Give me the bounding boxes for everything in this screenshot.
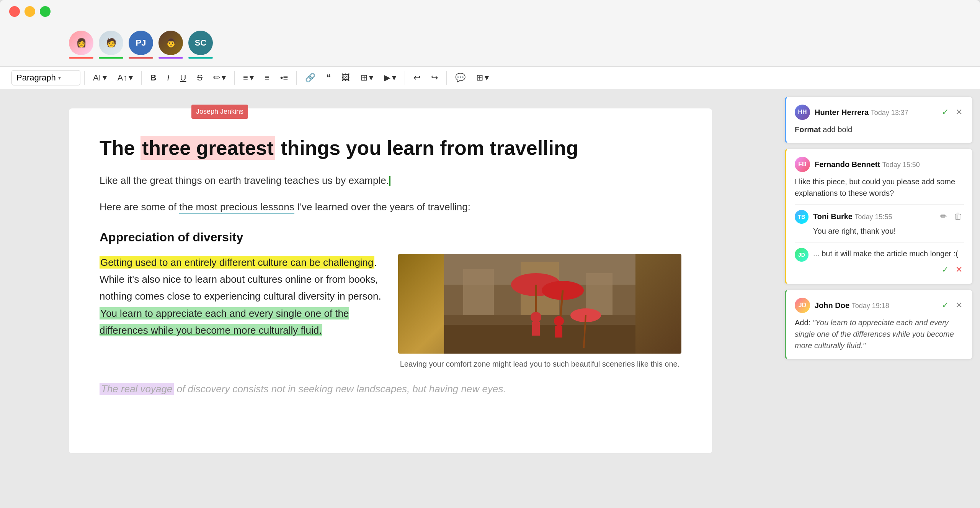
collaborators-bar: 👩 🧑 PJ 👨 SC (0, 23, 980, 66)
comment-reply-2: JD ... but it will make the article much… (795, 242, 964, 276)
font-size-button[interactable]: A↑▾ (113, 70, 138, 86)
comment-avatar-2: FB (795, 157, 810, 172)
svg-rect-16 (555, 326, 562, 338)
title-before: The (100, 137, 140, 159)
comment-body-3: Add: "You learn to appreciate each and e… (795, 317, 964, 351)
reply-avatar-2: JD (795, 248, 808, 262)
collaborator-avatar-3[interactable]: PJ (129, 31, 153, 59)
comment-accept-button-1[interactable]: ✓ (940, 106, 950, 119)
comment-reply-1: TB Toni Burke Today 15:55 ✏ 🗑 (795, 204, 964, 237)
document-image-svg (398, 254, 681, 354)
green-highlight-text: You learn to appreciate each and every s… (100, 307, 349, 336)
comment-meta-1: Hunter Herrera Today 13:37 (815, 108, 936, 117)
ai-button[interactable]: AI▾ (88, 70, 111, 86)
italic-button[interactable]: I (162, 70, 174, 86)
collaborator-avatar-4[interactable]: 👨 (158, 31, 183, 59)
title-after: things you learn from travelling (275, 137, 578, 159)
comment-time-1: Today 13:37 (871, 109, 908, 116)
divider-6 (446, 71, 447, 85)
reply-delete-button-1[interactable]: 🗑 (952, 210, 964, 223)
comment-author-2: Fernando Bennett (815, 160, 880, 169)
formatting-toolbar: Paragraph ▾ AI▾ A↑▾ B I U S ✏▾ ≡▾ (0, 66, 980, 89)
yellow-highlight-text: Getting used to an entirely different cu… (100, 256, 374, 269)
reply-accept-button-2[interactable]: ✓ (940, 263, 950, 276)
comment-header-2: FB Fernando Bennett Today 15:50 (795, 157, 964, 172)
precious-lessons-link[interactable]: the most precious lessons (179, 201, 294, 214)
blockquote-highlight: The real voyage (100, 383, 174, 395)
more-options-button[interactable]: ⊞▾ (472, 70, 493, 86)
avatar-underline-2 (99, 57, 123, 59)
paragraph-style-chevron: ▾ (58, 75, 61, 81)
main-content-area: Joseph Jenkins The three greatest things… (0, 89, 980, 508)
divider-4 (296, 71, 297, 85)
blockquote-button[interactable]: ❝ (322, 70, 335, 86)
comment-close-button-1[interactable]: ✕ (954, 106, 964, 119)
paragraph-style-select[interactable]: Paragraph ▾ (11, 70, 80, 85)
table-button[interactable]: ⊞▾ (356, 70, 378, 86)
redo-button[interactable]: ↪ (426, 70, 443, 86)
comment-card-1: HH Hunter Herrera Today 13:37 ✓ ✕ Format… (785, 97, 972, 143)
link-button[interactable]: 🔗 (301, 70, 320, 86)
paragraph-1: Getting used to an entirely different cu… (100, 254, 383, 339)
align-button[interactable]: ≡▾ (238, 70, 258, 86)
document-intro: Here are some of the most precious lesso… (100, 199, 681, 215)
user-tooltip: Joseph Jenkins (191, 105, 248, 119)
comment-close-button-3[interactable]: ✕ (954, 299, 964, 312)
comment-body-2: I like this piece, but could you please … (795, 176, 964, 199)
avatar-underline-3 (129, 57, 153, 59)
avatar-underline-4 (158, 57, 183, 59)
document-image (398, 254, 681, 354)
reply-actions-1: ✏ 🗑 (939, 210, 964, 223)
underline-button[interactable]: U (176, 70, 191, 86)
reply-content-1: Toni Burke Today 15:55 ✏ 🗑 You are right… (813, 210, 964, 237)
content-grid: Getting used to an entirely different cu… (100, 254, 681, 370)
comment-card-3: JD John Doe Today 19:18 ✓ ✕ Add: "You le… (785, 290, 972, 359)
blockquote: The real voyage of discovery consists no… (100, 381, 681, 397)
collaborator-avatar-2[interactable]: 🧑 (99, 31, 123, 59)
bold-button[interactable]: B (145, 70, 161, 86)
section-heading-1: Appreciation of diversity (100, 228, 681, 247)
blockquote-normal: of discovery consists not in seeking new… (174, 383, 506, 395)
divider-2 (141, 71, 142, 85)
avatar-underline-5 (188, 57, 213, 59)
comment-avatar-3: JD (795, 298, 810, 313)
ordered-list-button[interactable]: ≡ (260, 70, 274, 86)
divider-5 (405, 71, 405, 85)
reply-close-button-2[interactable]: ✕ (954, 263, 964, 276)
reply-avatar-1: TB (795, 210, 808, 224)
comment-author-1: Hunter Herrera (815, 108, 869, 116)
comment-body-1: Format add bold (795, 124, 964, 135)
strikethrough-button[interactable]: S (192, 70, 207, 86)
comment-button[interactable]: 💬 (451, 70, 470, 86)
reply-author-1: Toni Burke (813, 212, 853, 221)
comment-time-2: Today 15:50 (882, 161, 920, 169)
collaborator-avatar-5[interactable]: SC (188, 31, 213, 59)
avatar-image-2: 🧑 (99, 31, 123, 55)
document-subtitle: Like all the great things on earth trave… (100, 173, 681, 189)
avatar-underline-1 (69, 57, 93, 59)
image-button[interactable]: 🖼 (337, 70, 354, 86)
close-window-button[interactable] (9, 6, 20, 17)
collaborator-avatar-1[interactable]: 👩 (69, 31, 93, 59)
comment-accept-button-3[interactable]: ✓ (940, 299, 950, 312)
divider-1 (84, 71, 85, 85)
avatar-image-1: 👩 (69, 31, 93, 55)
image-caption: Leaving your comfort zone might lead you… (398, 358, 681, 370)
comment-header-3: JD John Doe Today 19:18 ✓ ✕ (795, 298, 964, 313)
title-highlighted-words: three greatest (140, 136, 275, 160)
media-button[interactable]: ▶▾ (379, 70, 401, 86)
unordered-list-button[interactable]: •≡ (276, 70, 293, 86)
editor-wrapper: Joseph Jenkins The three greatest things… (0, 89, 781, 508)
reply-body-1: You are right, thank you! (813, 225, 964, 237)
image-column: Leaving your comfort zone might lead you… (398, 254, 681, 370)
editor-document[interactable]: Joseph Jenkins The three greatest things… (69, 108, 712, 453)
reply-edit-button-1[interactable]: ✏ (939, 210, 949, 223)
svg-point-13 (531, 312, 541, 323)
maximize-window-button[interactable] (40, 6, 51, 17)
comment-actions-3: ✓ ✕ (940, 299, 964, 312)
minimize-window-button[interactable] (24, 6, 35, 17)
document-title: The three greatest things you learn from… (100, 135, 681, 161)
undo-button[interactable]: ↩ (409, 70, 425, 86)
titlebar (0, 0, 980, 23)
highlight-button[interactable]: ✏▾ (209, 70, 230, 86)
